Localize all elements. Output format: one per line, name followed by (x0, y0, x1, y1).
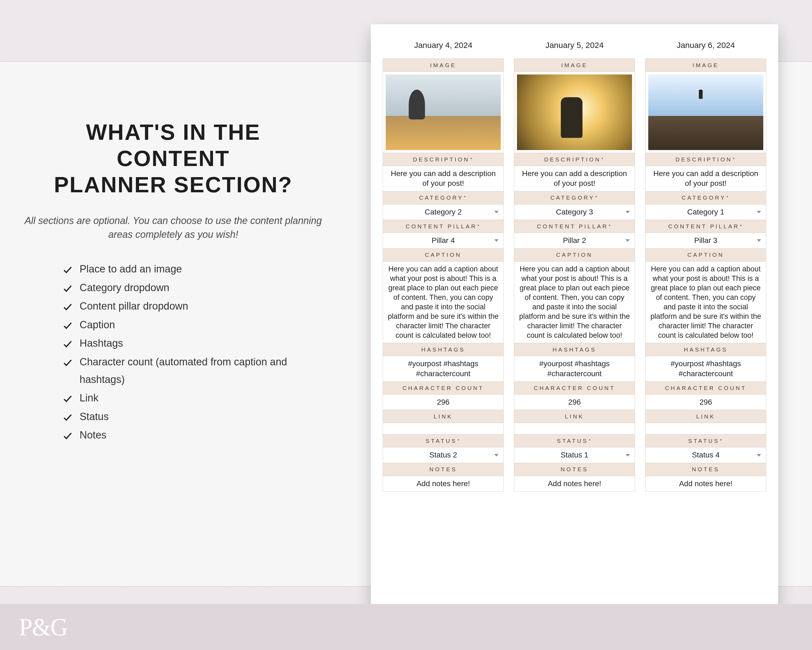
check-icon (62, 337, 73, 348)
chevron-down-icon (626, 454, 630, 456)
field-label: IMAGE (383, 59, 504, 72)
chevron-down-icon (494, 454, 499, 456)
dropdown[interactable]: Status 2 (383, 447, 504, 463)
feature-text: Place to add an image (79, 260, 322, 278)
planner-card: IMAGEDESCRIPTION*Here you can add a desc… (514, 58, 635, 492)
field-value[interactable]: #yourpost #hashtags #charactercount (383, 356, 504, 382)
field-value[interactable]: Here you can add a description of your p… (646, 166, 766, 191)
dropdown[interactable]: Category 2 (383, 205, 504, 220)
planner-card: IMAGEDESCRIPTION*Here you can add a desc… (645, 58, 766, 492)
field-label: STATUS* (646, 434, 766, 447)
dropdown[interactable]: Pillar 3 (646, 233, 766, 248)
field-label: LINK (383, 410, 504, 423)
field-label: NOTES (383, 463, 504, 476)
column-date: January 6, 2024 (645, 41, 766, 50)
dropdown[interactable]: Pillar 2 (514, 233, 635, 248)
dropdown[interactable]: Category 3 (514, 205, 635, 220)
thumbnail (386, 75, 501, 150)
field-value[interactable]: #yourpost #hashtags #charactercount (646, 356, 766, 382)
check-icon (62, 300, 73, 311)
chevron-down-icon (757, 239, 761, 242)
feature-list: Place to add an imageCategory dropdownCo… (24, 260, 322, 444)
field-value[interactable]: #yourpost #hashtags #charactercount (514, 356, 635, 382)
feature-item: Hashtags (62, 335, 322, 352)
field-label: CAPTION (383, 249, 504, 262)
field-value[interactable]: 296 (514, 395, 635, 410)
field-value[interactable]: Here you can add a description of your p… (383, 166, 504, 191)
image-cell[interactable] (383, 72, 504, 153)
left-copy: WHAT'S IN THE CONTENT PLANNER SECTION? A… (24, 119, 322, 445)
feature-text: Caption (79, 316, 322, 334)
brand-logo: P&G (19, 613, 67, 641)
field-label: CAPTION (646, 249, 766, 262)
feature-item: Link (62, 389, 322, 407)
field-label: LINK (514, 410, 635, 423)
link-value[interactable] (514, 423, 635, 434)
dropdown[interactable]: Status 1 (514, 447, 635, 463)
feature-item: Status (62, 408, 322, 425)
field-label: CATEGORY* (383, 191, 504, 205)
field-label: CONTENT PILLAR* (646, 220, 766, 233)
chevron-down-icon (626, 211, 630, 213)
image-cell[interactable] (646, 72, 766, 153)
feature-text: Hashtags (79, 335, 322, 352)
field-label: CATEGORY* (646, 191, 766, 205)
feature-item: Place to add an image (62, 260, 322, 278)
link-value[interactable] (383, 423, 504, 434)
field-label: HASHTAGS (514, 343, 635, 356)
chevron-down-icon (757, 454, 761, 456)
field-label: CONTENT PILLAR* (383, 220, 504, 233)
column-date: January 4, 2024 (383, 41, 504, 50)
chevron-down-icon (494, 211, 499, 213)
field-value[interactable]: 296 (646, 395, 766, 410)
field-label: DESCRIPTION* (383, 153, 504, 166)
field-label: NOTES (646, 463, 766, 476)
feature-text: Notes (79, 426, 322, 444)
planner-column: January 6, 2024IMAGEDESCRIPTION*Here you… (645, 41, 766, 600)
field-value[interactable]: Here you can add a caption about what yo… (514, 262, 635, 343)
footer: P&G (0, 604, 812, 650)
check-icon (62, 263, 73, 274)
dropdown[interactable]: Status 4 (646, 447, 766, 463)
feature-item: Content pillar dropdown (62, 297, 322, 315)
chevron-down-icon (757, 211, 761, 213)
link-value[interactable] (646, 423, 766, 434)
field-value[interactable]: Add notes here! (514, 476, 635, 492)
column-date: January 5, 2024 (514, 41, 635, 50)
field-value[interactable]: Add notes here! (646, 476, 766, 492)
field-label: CHARACTER COUNT (383, 382, 504, 395)
check-icon (62, 392, 73, 403)
feature-item: Notes (62, 426, 322, 444)
field-value[interactable]: 296 (383, 395, 504, 410)
check-icon (62, 411, 73, 421)
feature-text: Content pillar dropdown (79, 297, 322, 315)
image-cell[interactable] (514, 72, 635, 153)
field-label: STATUS* (514, 434, 635, 447)
feature-item: Category dropdown (62, 279, 322, 297)
field-label: IMAGE (646, 59, 766, 72)
feature-text: Link (79, 389, 322, 407)
chevron-down-icon (626, 239, 630, 242)
feature-text: Character count (automated from caption … (79, 353, 322, 388)
field-label: DESCRIPTION* (646, 153, 766, 166)
planner-column: January 4, 2024IMAGEDESCRIPTION*Here you… (383, 41, 504, 600)
check-icon (62, 319, 73, 330)
field-value[interactable]: Here you can add a description of your p… (514, 166, 635, 191)
dropdown[interactable]: Pillar 4 (383, 233, 504, 248)
subtitle: All sections are optional. You can choos… (24, 214, 322, 241)
field-value[interactable]: Here you can add a caption about what yo… (646, 262, 766, 343)
feature-text: Category dropdown (79, 279, 322, 297)
field-label: IMAGE (514, 59, 635, 72)
field-label: CONTENT PILLAR* (514, 220, 635, 233)
dropdown[interactable]: Category 1 (646, 205, 766, 220)
field-label: LINK (646, 410, 766, 423)
planner-card: IMAGEDESCRIPTION*Here you can add a desc… (383, 58, 504, 492)
feature-text: Status (79, 408, 322, 425)
field-label: CHARACTER COUNT (514, 382, 635, 395)
field-value[interactable]: Here you can add a caption about what yo… (383, 262, 504, 343)
field-value[interactable]: Add notes here! (383, 476, 504, 492)
field-label: STATUS* (383, 434, 504, 447)
field-label: CAPTION (514, 249, 635, 262)
chevron-down-icon (494, 239, 499, 242)
check-icon (62, 429, 73, 440)
